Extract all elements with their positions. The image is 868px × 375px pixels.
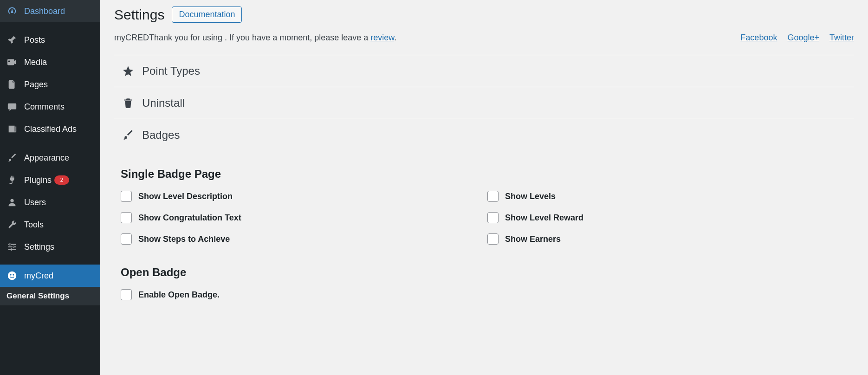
settings-accordion: Point Types Uninstall Badges xyxy=(114,55,854,151)
brush-icon xyxy=(6,151,19,164)
media-icon xyxy=(6,56,19,69)
pin-icon xyxy=(6,33,19,46)
sidebar-item-classified-ads[interactable]: Classified Ads xyxy=(0,118,100,140)
svg-point-2 xyxy=(13,274,14,276)
checkbox-show-steps[interactable] xyxy=(121,233,132,245)
checkbox-label: Show Level Reward xyxy=(505,213,583,223)
comment-icon xyxy=(6,100,19,113)
sidebar-item-label: Classified Ads xyxy=(24,124,77,134)
accordion-point-types[interactable]: Point Types xyxy=(114,55,854,87)
wrench-icon xyxy=(6,218,19,231)
sidebar-item-dashboard[interactable]: Dashboard xyxy=(0,0,100,22)
gauge-icon xyxy=(6,5,19,18)
open-badge-heading: Open Badge xyxy=(121,266,854,279)
thank-you-notice: myCREDThank you for using . If you have … xyxy=(114,33,396,43)
sidebar-item-label: Users xyxy=(24,198,46,207)
sidebar-item-comments[interactable]: Comments xyxy=(0,96,100,118)
review-link[interactable]: review xyxy=(370,33,394,42)
single-badge-page-heading: Single Badge Page xyxy=(121,168,854,181)
accordion-title: Point Types xyxy=(142,65,200,78)
user-icon xyxy=(6,196,19,209)
sidebar-item-label: Media xyxy=(24,58,47,67)
star-icon xyxy=(114,65,142,77)
twitter-link[interactable]: Twitter xyxy=(829,33,854,43)
google-plus-link[interactable]: Google+ xyxy=(787,33,819,43)
sidebar-submenu: General Settings xyxy=(0,287,100,305)
checkbox-label: Show Steps to Achieve xyxy=(138,234,230,244)
documentation-button[interactable]: Documentation xyxy=(172,6,242,23)
accordion-title: Uninstall xyxy=(142,97,185,110)
sliders-icon xyxy=(6,240,19,253)
checkbox-show-earners[interactable] xyxy=(487,233,499,245)
checkbox-show-levels[interactable] xyxy=(487,191,499,202)
sidebar-item-settings[interactable]: Settings xyxy=(0,236,100,258)
badges-settings-panel: Single Badge Page Show Level Description… xyxy=(114,151,854,300)
svg-point-1 xyxy=(10,274,12,276)
sidebar-item-media[interactable]: Media xyxy=(0,51,100,73)
sidebar-item-plugins[interactable]: Plugins 2 xyxy=(0,169,100,191)
sidebar-item-appearance[interactable]: Appearance xyxy=(0,147,100,169)
social-links: Facebook Google+ Twitter xyxy=(740,33,854,43)
checkbox-show-level-reward[interactable] xyxy=(487,212,499,223)
facebook-link[interactable]: Facebook xyxy=(740,33,777,43)
sidebar-item-label: Tools xyxy=(24,220,44,230)
checkbox-show-level-description[interactable] xyxy=(121,191,132,202)
checkbox-show-congratulation[interactable] xyxy=(121,212,132,223)
sidebar-item-tools[interactable]: Tools xyxy=(0,213,100,236)
checkbox-label: Show Congratulation Text xyxy=(138,213,241,223)
notice-text-before: myCREDThank you for using . If you have … xyxy=(114,33,370,42)
accordion-uninstall[interactable]: Uninstall xyxy=(114,87,854,119)
sidebar-item-label: Dashboard xyxy=(24,6,65,16)
update-count-badge: 2 xyxy=(54,175,69,185)
notice-text-after: . xyxy=(394,33,396,42)
badge-icon xyxy=(114,129,142,141)
sidebar-item-label: Posts xyxy=(24,35,45,45)
sidebar-item-mycred[interactable]: myCred xyxy=(0,265,100,287)
page-icon xyxy=(6,78,19,91)
trash-icon xyxy=(114,97,142,109)
svg-point-0 xyxy=(8,272,16,280)
sidebar-item-label: Pages xyxy=(24,80,48,90)
submenu-general-settings[interactable]: General Settings xyxy=(0,287,100,305)
sidebar-item-label: Plugins xyxy=(24,175,52,185)
main-content: Settings Documentation myCREDThank you f… xyxy=(100,0,868,375)
plug-icon xyxy=(6,174,19,187)
admin-sidebar: Dashboard Posts Media Pages Comments Cla… xyxy=(0,0,100,375)
face-icon xyxy=(6,269,19,282)
sidebar-item-label: Settings xyxy=(24,242,54,252)
sidebar-item-label: Appearance xyxy=(24,153,69,163)
checkbox-label: Show Level Description xyxy=(138,192,233,201)
accordion-title: Badges xyxy=(142,129,180,142)
sidebar-item-users[interactable]: Users xyxy=(0,191,100,213)
checkbox-label: Show Levels xyxy=(505,192,556,201)
sidebar-item-posts[interactable]: Posts xyxy=(0,29,100,51)
sidebar-item-label: myCred xyxy=(24,271,53,281)
checkbox-enable-open-badge[interactable] xyxy=(121,289,132,300)
sidebar-item-label: Comments xyxy=(24,102,65,112)
sidebar-item-pages[interactable]: Pages xyxy=(0,73,100,96)
page-title: Settings xyxy=(114,7,164,23)
checkbox-label: Enable Open Badge. xyxy=(138,290,220,300)
checkbox-label: Show Earners xyxy=(505,234,561,244)
accordion-badges[interactable]: Badges xyxy=(114,119,854,151)
news-icon xyxy=(6,123,19,136)
